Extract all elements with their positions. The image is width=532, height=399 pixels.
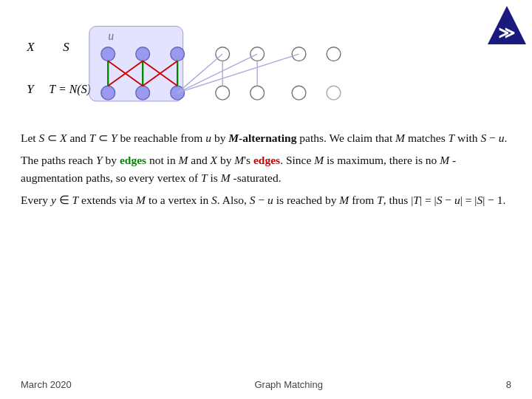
- svg-line-30: [177, 54, 257, 93]
- main-content: Let S ⊂ X and T ⊂ Y be reachable from u …: [21, 129, 511, 214]
- logo: ≫: [488, 6, 526, 44]
- svg-point-14: [327, 47, 341, 61]
- graph-diagram: X S u Y T = N(S): [7, 7, 466, 126]
- footer-date: March 2020: [21, 379, 72, 390]
- paragraph-3: Every y ∈ T extends via M to a vertex in…: [21, 191, 511, 209]
- edges-label-1: edges: [120, 154, 146, 166]
- svg-point-21: [327, 86, 341, 100]
- svg-text:S: S: [63, 40, 69, 54]
- edges-label-2: edges: [253, 154, 280, 166]
- svg-text:≫: ≫: [498, 24, 515, 42]
- svg-point-15: [101, 86, 115, 100]
- svg-point-18: [216, 86, 230, 100]
- svg-point-10: [171, 47, 185, 61]
- footer: March 2020 Graph Matching 8: [0, 379, 532, 390]
- svg-point-9: [136, 47, 150, 61]
- svg-text:T = N(S): T = N(S): [49, 83, 91, 96]
- svg-point-19: [250, 86, 265, 100]
- paragraph-1: Let S ⊂ X and T ⊂ Y be reachable from u …: [21, 129, 511, 147]
- svg-point-13: [292, 47, 306, 61]
- paragraph-2: The paths reach Y by edges not in M and …: [21, 151, 511, 187]
- footer-title: Graph Matching: [254, 379, 323, 390]
- footer-page: 8: [506, 379, 511, 390]
- svg-text:X: X: [26, 40, 35, 54]
- svg-point-8: [101, 47, 115, 61]
- svg-line-29: [177, 54, 222, 93]
- svg-text:Y: Y: [27, 82, 35, 96]
- svg-line-31: [177, 54, 299, 93]
- svg-point-16: [136, 86, 150, 100]
- svg-point-20: [292, 86, 306, 100]
